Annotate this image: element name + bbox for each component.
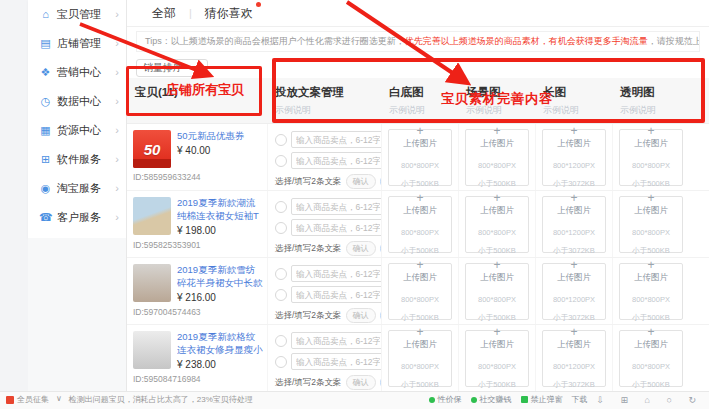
product-title-link[interactable]: 2019夏季新款雪纺碎花半身裙女中长款显瘦百搭 [177, 264, 263, 290]
selling-point-input[interactable] [291, 332, 381, 349]
header-example-link[interactable]: 示例说明 [620, 104, 681, 117]
upload-long-button[interactable]: + 上传图片 800*1200PX小于3072KB [542, 263, 606, 320]
checkbox[interactable] [275, 268, 287, 280]
product-title-link[interactable]: 2019夏季新款潮流纯棉连衣裙女短袖T恤中长款 [177, 197, 263, 223]
header-title: 宝贝(11) [135, 85, 259, 100]
status-toggle[interactable]: 禁止弹窗 [521, 394, 563, 405]
browser-status-bar: 全员征集 ∨ 检测出问题宝贝，消耗占比太高了，23%宝贝待处理 性价保 社交赚钱… [0, 391, 709, 409]
selling-point-input[interactable] [291, 265, 381, 282]
sort-select[interactable]: 销量排序 ∨ [136, 59, 208, 77]
checkbox[interactable] [275, 289, 287, 301]
confirm-button[interactable]: 确认 [346, 375, 376, 390]
upload-size: 800*800PX [478, 161, 516, 170]
sidebar-item-customer-service[interactable]: ☎ 客户服务 › [28, 203, 126, 232]
upload-size: 800*800PX [632, 362, 670, 371]
upload-limit: 小于500KB [401, 179, 439, 188]
white-bg-upload-cell: + 上传图片 800*800PX小于500KB [381, 325, 458, 391]
checkbox[interactable] [275, 155, 287, 167]
upload-scene-button[interactable]: + 上传图片 800*800PX小于500KB [465, 330, 529, 387]
white-bg-upload-cell: + 上传图片 800*800PX小于500KB [381, 124, 458, 190]
upload-label: 上传图片 [557, 138, 591, 150]
taobao-icon: ◉ [39, 183, 52, 194]
tab-all[interactable]: 全部 [150, 5, 178, 22]
product-id: ID:595084716984 [133, 374, 263, 384]
upload-scene-button[interactable]: + 上传图片 800*800PX小于500KB [465, 263, 529, 320]
status-message: 检测出问题宝贝，消耗占比太高了，23%宝贝待处理 [69, 394, 253, 405]
upload-label: 上传图片 [480, 205, 514, 217]
download-button[interactable]: 下载 [572, 394, 588, 405]
plus-icon: + [647, 192, 654, 204]
scene-upload-cell: + 上传图片 800*800PX小于500KB [458, 325, 535, 391]
copywriting-cell: 选择/填写2条文案 确认 取消 [267, 258, 381, 324]
megaphone-icon: ❖ [39, 67, 52, 78]
confirm-button[interactable]: 确认 [346, 308, 376, 323]
header-example-link[interactable]: 示例说明 [389, 104, 450, 117]
upload-long-button[interactable]: + 上传图片 800*1200PX小于3072KB [542, 330, 606, 387]
upload-label: 上传图片 [403, 205, 437, 217]
upload-label: 上传图片 [557, 205, 591, 217]
tips-prefix: Tips：以上频道场景的商品会根据用户个性化需求进行圈选更新， [145, 36, 405, 46]
product-image [133, 264, 171, 302]
upload-white-bg-button[interactable]: + 上传图片 800*800PX小于500KB [388, 129, 452, 186]
upload-transparent-button[interactable]: + 上传图片 800*800PX小于500KB [619, 330, 683, 387]
header-example-link[interactable]: 示例说明 [275, 104, 373, 117]
sidebar-item-label: 客户服务 [57, 210, 115, 225]
customer-service-icon: ☎ [39, 212, 52, 223]
upload-size: 800*800PX [632, 228, 670, 237]
sidebar-item-software-service[interactable]: ⊞ 软件服务 › [28, 145, 126, 174]
upload-transparent-button[interactable]: + 上传图片 800*800PX小于500KB [619, 196, 683, 253]
upload-long-button[interactable]: + 上传图片 800*1200PX小于3072KB [542, 129, 606, 186]
upload-long-button[interactable]: + 上传图片 800*1200PX小于3072KB [542, 196, 606, 253]
upload-scene-button[interactable]: + 上传图片 800*800PX小于500KB [465, 196, 529, 253]
shop-icon: ▤ [39, 38, 52, 49]
confirm-button[interactable]: 确认 [346, 174, 376, 189]
tips-suffix: ，请按规范上传素材 [648, 36, 700, 46]
header-example-link[interactable]: 示例说明 [466, 104, 527, 117]
selling-point-input[interactable] [291, 198, 381, 215]
main-content: 全部 | 猜你喜欢 Tips：以上频道场景的商品会根据用户个性化需求进行圈选更新… [127, 0, 709, 409]
plus-icon: + [570, 326, 577, 338]
checkbox[interactable] [275, 222, 287, 234]
sidebar-item-supply-center[interactable]: ▦ 货源中心 › [28, 116, 126, 145]
tab-divider: | [189, 7, 192, 19]
sidebar-item-shop-manage[interactable]: ▤ 店铺管理 › [28, 29, 126, 58]
selling-point-input[interactable] [291, 131, 381, 148]
product-title-link[interactable]: 2019夏季新款格纹连衣裙女修身显瘦小众网红 [177, 331, 263, 357]
selling-point-input[interactable] [291, 152, 381, 169]
table-row: 2019夏季新款潮流纯棉连衣裙女短袖T恤中长款 ¥ 198.00 ID:5958… [127, 191, 709, 258]
chevron-down-icon[interactable]: ∨ [56, 394, 62, 403]
checkbox[interactable] [275, 356, 287, 368]
selling-point-input[interactable] [291, 219, 381, 236]
chevron-right-icon: › [115, 125, 119, 136]
upload-limit: 小于500KB [401, 380, 439, 389]
plus-icon: + [647, 326, 654, 338]
selling-point-input[interactable] [291, 286, 381, 303]
status-toggle[interactable]: 社交赚钱 [471, 394, 512, 405]
sidebar-item-taobao-service[interactable]: ◉ 淘宝服务 › [28, 174, 126, 203]
sidebar-item-baobei-manage[interactable]: ⌂ 宝贝管理 › [28, 0, 126, 29]
upload-white-bg-button[interactable]: + 上传图片 800*800PX小于500KB [388, 263, 452, 320]
toolbar-icons[interactable]: ⇩ ⊞ ⌂ ○ ↻ [597, 395, 704, 405]
sidebar-below-filler [28, 238, 126, 409]
header-title: 投放文案管理 [275, 85, 373, 100]
upload-size: 800*800PX [401, 228, 439, 237]
upload-white-bg-button[interactable]: + 上传图片 800*800PX小于500KB [388, 330, 452, 387]
header-example-link[interactable]: 示例说明 [543, 104, 604, 117]
checkbox[interactable] [275, 201, 287, 213]
upload-transparent-button[interactable]: + 上传图片 800*800PX小于500KB [619, 129, 683, 186]
status-toggle[interactable]: 性价保 [429, 394, 462, 405]
checkbox[interactable] [275, 134, 287, 146]
copy-note: 选择/填写2条文案 [275, 243, 342, 255]
status-brand[interactable]: 全员征集 [6, 394, 49, 405]
upload-scene-button[interactable]: + 上传图片 800*800PX小于500KB [465, 129, 529, 186]
product-title-link[interactable]: 50元新品优惠券 [177, 130, 245, 143]
upload-limit: 小于500KB [632, 380, 670, 389]
sidebar-item-marketing-center[interactable]: ❖ 营销中心 › [28, 58, 126, 87]
confirm-button[interactable]: 确认 [346, 241, 376, 256]
sidebar-item-data-center[interactable]: ◷ 数据中心 › [28, 87, 126, 116]
checkbox[interactable] [275, 335, 287, 347]
upload-white-bg-button[interactable]: + 上传图片 800*800PX小于500KB [388, 196, 452, 253]
selling-point-input[interactable] [291, 353, 381, 370]
tab-guess-you-like[interactable]: 猜你喜欢 [203, 5, 255, 22]
upload-transparent-button[interactable]: + 上传图片 800*800PX小于500KB [619, 263, 683, 320]
